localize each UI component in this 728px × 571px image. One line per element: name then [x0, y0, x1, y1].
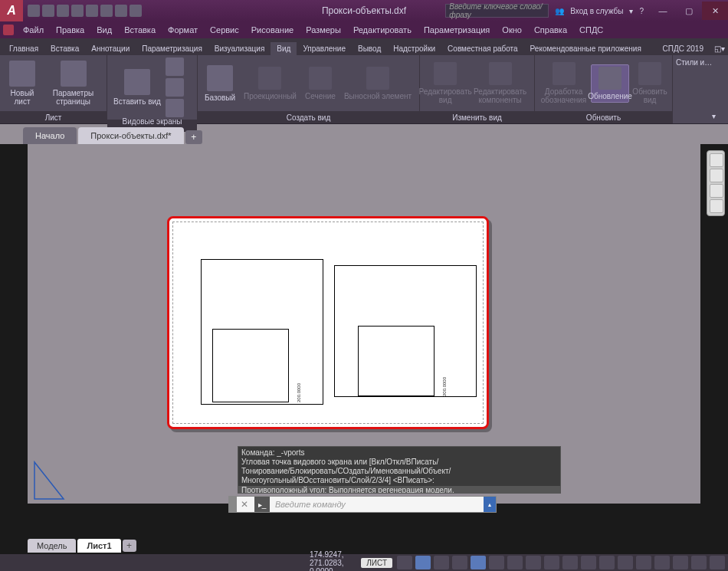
osnap-toggle-icon[interactable]: [471, 556, 486, 569]
panel-update: Доработка обозначения Обновление Обновит…: [535, 55, 673, 123]
help-icon[interactable]: ?: [639, 7, 644, 15]
isolate-icon[interactable]: [654, 556, 670, 569]
symbol-button[interactable]: Доработка обозначения: [538, 61, 589, 106]
vp-lock-icon[interactable]: [166, 99, 184, 117]
cycling-toggle-icon[interactable]: [544, 556, 559, 569]
rtab-addins[interactable]: Надстройки: [387, 42, 441, 55]
space-mode[interactable]: ЛИСТ: [361, 558, 392, 568]
qat-cloud-icon[interactable]: [86, 5, 98, 17]
rtab-manage[interactable]: Управление: [297, 42, 352, 55]
doctab-start[interactable]: Начало: [23, 127, 77, 144]
menu-param[interactable]: Параметризация: [418, 24, 496, 36]
qat-open-icon[interactable]: [42, 5, 54, 17]
section-button[interactable]: Сечение: [301, 65, 339, 102]
snap-toggle-icon[interactable]: [415, 556, 431, 569]
doctab-active[interactable]: Прокси-объекты.dxf*: [78, 127, 183, 144]
menu-window[interactable]: Окно: [496, 24, 528, 36]
rtab-annot[interactable]: Аннотации: [85, 42, 136, 55]
command-history[interactable]: Команда: _-vports Угловая точка видового…: [238, 446, 561, 494]
rtab-collab[interactable]: Совместная работа: [441, 42, 524, 55]
maximize-button[interactable]: ▢: [676, 2, 702, 20]
viewport-1[interactable]: 200.0000: [201, 259, 323, 405]
page-setup-button[interactable]: Параметры страницы: [43, 59, 103, 107]
rtab-insert[interactable]: Вставка: [44, 42, 85, 55]
new-layout-button[interactable]: Новый лист: [3, 59, 41, 107]
menu-view[interactable]: Вид: [90, 24, 118, 36]
grid-toggle-icon[interactable]: [397, 556, 412, 569]
menu-edit[interactable]: Правка: [50, 24, 90, 36]
rtab-spds[interactable]: СПДС 2019: [657, 42, 710, 55]
page-setup-icon: [61, 61, 87, 87]
edit-comp-button[interactable]: Редактировать компоненты: [469, 61, 531, 106]
rtab-visual[interactable]: Визуализация: [208, 42, 271, 55]
detail-button[interactable]: Выносной элемент: [341, 65, 415, 102]
nav-wheel-icon[interactable]: [710, 153, 723, 167]
menu-draw[interactable]: Рисование: [245, 24, 300, 36]
qat-undo-icon[interactable]: [115, 5, 127, 17]
ribbon-collapse-icon[interactable]: ◱▾: [714, 44, 725, 53]
app-logo[interactable]: A: [0, 0, 23, 21]
rtab-featured[interactable]: Рекомендованные приложения: [524, 42, 648, 55]
qat-save-icon[interactable]: [57, 5, 69, 17]
cart-icon[interactable]: ▾: [629, 7, 633, 15]
annomon-icon[interactable]: [599, 556, 615, 569]
nav-zoom-icon[interactable]: [710, 184, 723, 198]
doctab-new-button[interactable]: +: [185, 130, 202, 144]
insert-view-button[interactable]: Вставить вид: [110, 67, 164, 107]
menu-help[interactable]: Справка: [528, 24, 573, 36]
minimize-button[interactable]: —: [650, 2, 676, 20]
update-view-button[interactable]: Обновить вид: [631, 61, 669, 106]
app-menu-button[interactable]: [3, 25, 14, 35]
search-input[interactable]: Введите ключевое слово/фразу: [445, 4, 549, 18]
projected-button[interactable]: Проекционный: [241, 65, 300, 102]
model-rect-2: [358, 326, 435, 396]
cleanscreen-icon[interactable]: [691, 556, 707, 569]
units-icon[interactable]: [618, 556, 633, 569]
signin-link[interactable]: Вход в службы: [570, 7, 623, 15]
update-button[interactable]: Обновление: [591, 64, 629, 103]
menu-insert[interactable]: Вставка: [118, 24, 162, 36]
menu-service[interactable]: Сервис: [204, 24, 245, 36]
rtab-param[interactable]: Параметризация: [136, 42, 208, 55]
qat-new-icon[interactable]: [28, 5, 40, 17]
polar-toggle-icon[interactable]: [452, 556, 467, 569]
menu-file[interactable]: Файл: [17, 24, 50, 36]
vp-rect-icon[interactable]: [166, 57, 184, 76]
cmdline-input[interactable]: Введите команду: [272, 500, 484, 509]
base-view-button[interactable]: Базовый: [201, 64, 239, 103]
menu-dim[interactable]: Размеры: [300, 24, 347, 36]
quickprops-icon[interactable]: [636, 556, 651, 569]
close-button[interactable]: ✕: [702, 2, 728, 20]
annoscale-icon[interactable]: [562, 556, 578, 569]
transparency-toggle-icon[interactable]: [526, 556, 541, 569]
vp-clip-icon[interactable]: [166, 78, 184, 97]
viewport-2[interactable]: 200.0000: [334, 265, 477, 397]
layout-add-button[interactable]: +: [123, 540, 136, 552]
panel-styles[interactable]: Стили и… ▾: [673, 55, 719, 123]
edit-view-button[interactable]: Редактировать вид: [423, 61, 467, 106]
nav-pan-icon[interactable]: [710, 169, 723, 182]
command-line[interactable]: ✕ ▸_ Введите команду ▴: [228, 496, 497, 513]
layout-sheet1-tab[interactable]: Лист1: [77, 539, 120, 553]
nav-orbit-icon[interactable]: [710, 199, 723, 213]
cmdline-grip-icon[interactable]: [229, 496, 237, 513]
customize-icon[interactable]: [710, 556, 725, 569]
otrack-toggle-icon[interactable]: [489, 556, 504, 569]
lineweight-toggle-icon[interactable]: [507, 556, 523, 569]
rtab-home[interactable]: Главная: [3, 42, 44, 55]
cmdline-close-icon[interactable]: ✕: [237, 499, 252, 510]
rtab-output[interactable]: Вывод: [352, 42, 387, 55]
workspace-icon[interactable]: [581, 556, 596, 569]
hwacc-icon[interactable]: [673, 556, 688, 569]
menu-spds[interactable]: СПДС: [573, 24, 609, 36]
qat-redo-icon[interactable]: [130, 5, 142, 17]
cmdline-recent-icon[interactable]: ▴: [484, 497, 496, 512]
qat-plot-icon[interactable]: [100, 5, 113, 17]
cmdline-prompt-icon[interactable]: ▸_: [254, 497, 270, 512]
ortho-toggle-icon[interactable]: [434, 556, 449, 569]
rtab-view[interactable]: Вид: [271, 42, 297, 55]
menu-modify[interactable]: Редактировать: [347, 24, 418, 36]
qat-saveas-icon[interactable]: [71, 5, 84, 17]
layout-model-tab[interactable]: Модель: [28, 539, 76, 553]
menu-format[interactable]: Формат: [162, 24, 204, 36]
